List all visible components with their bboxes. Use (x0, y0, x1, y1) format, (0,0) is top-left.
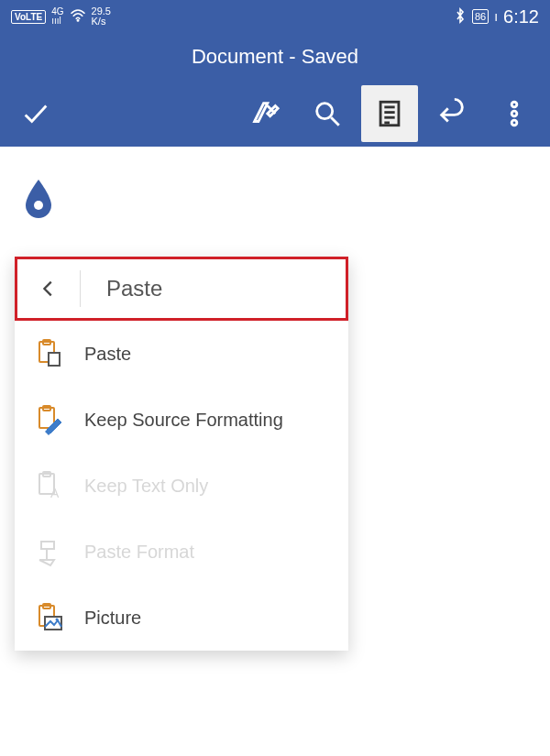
menu-title: Paste (106, 276, 162, 301)
menu-header[interactable]: Paste (15, 257, 348, 321)
menu-item-paste[interactable]: Paste (15, 321, 348, 387)
status-bar: VoLTE 4Gıııl 29.5 K/s 86 ı 6:12 (0, 0, 550, 33)
svg-point-10 (512, 120, 517, 126)
svg-point-1 (317, 104, 333, 119)
clipboard-text-icon: A (33, 469, 66, 502)
reading-view-button[interactable] (361, 85, 418, 142)
menu-item-label: Paste Format (84, 542, 194, 563)
volte-badge: VoLTE (11, 10, 46, 24)
search-button[interactable] (299, 85, 356, 142)
divider (80, 270, 81, 307)
document-canvas[interactable]: Paste Paste Keep Source Formatting A Kee… (0, 147, 550, 756)
svg-point-0 (77, 19, 79, 21)
svg-point-8 (512, 102, 517, 107)
paste-menu: Paste Paste Keep Source Formatting A Kee… (15, 257, 348, 651)
data-speed: 29.5 K/s (92, 6, 111, 27)
clipboard-picture-icon (33, 601, 66, 634)
svg-text:A: A (50, 486, 60, 500)
format-brush-icon (33, 535, 66, 568)
menu-item-keep-source-formatting[interactable]: Keep Source Formatting (15, 387, 348, 453)
svg-line-2 (331, 117, 339, 126)
menu-item-paste-format: Paste Format (15, 519, 348, 585)
svg-rect-14 (49, 353, 60, 366)
more-button[interactable] (486, 85, 543, 142)
battery-indicator: 86 (472, 9, 489, 24)
menu-item-label: Paste (84, 344, 131, 365)
svg-point-23 (56, 619, 59, 621)
menu-item-label: Picture (84, 608, 141, 629)
cursor-handle-icon[interactable] (24, 178, 53, 220)
svg-point-9 (512, 111, 517, 116)
done-button[interactable] (7, 85, 64, 142)
network-indicator: 4Gıııl (51, 7, 63, 26)
clock: 6:12 (503, 6, 539, 27)
menu-item-keep-text-only: A Keep Text Only (15, 453, 348, 519)
wifi-icon (70, 9, 86, 25)
toolbar (0, 81, 550, 147)
title-bar: Document - Saved (0, 33, 550, 81)
menu-item-picture[interactable]: Picture (15, 585, 348, 651)
back-button[interactable] (17, 259, 80, 318)
bluetooth-icon (454, 7, 467, 27)
menu-item-label: Keep Text Only (84, 476, 208, 497)
clipboard-paste-icon (33, 337, 66, 370)
svg-point-11 (34, 201, 43, 210)
document-title: Document - Saved (192, 45, 358, 69)
undo-button[interactable] (424, 85, 480, 142)
format-button[interactable] (236, 85, 293, 142)
menu-item-label: Keep Source Formatting (84, 410, 283, 431)
clipboard-brush-icon (33, 403, 66, 436)
